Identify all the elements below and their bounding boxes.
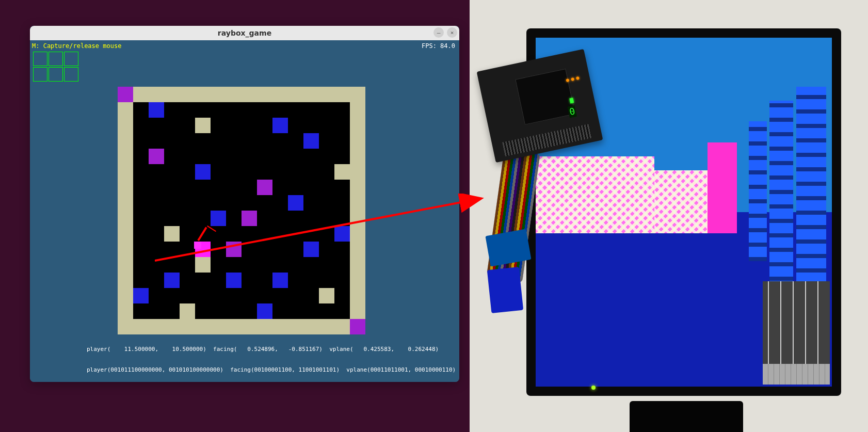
map-cell (211, 226, 226, 242)
map-cell (164, 102, 180, 118)
map-cell (272, 226, 288, 242)
map-cell (211, 133, 226, 149)
map-cell (334, 242, 350, 257)
hardware-photo: 0 (470, 0, 868, 432)
map-cell (257, 195, 272, 211)
map-cell (272, 319, 288, 334)
map-cell (211, 288, 226, 303)
map-cell (211, 180, 226, 195)
map-cell (303, 102, 319, 118)
map-cell (195, 242, 211, 257)
map-cell (226, 319, 242, 334)
map-cell (319, 118, 334, 133)
map-cell (118, 288, 133, 303)
map-cell (334, 273, 350, 288)
map-cell (118, 211, 133, 226)
map-cell (303, 118, 319, 133)
map-cell (133, 118, 149, 133)
map-cell (118, 303, 133, 319)
monitor-power-led-icon (591, 386, 596, 390)
slot[interactable] (64, 52, 78, 66)
status-bar: player( 11.500000, 10.500000) facing( 0.… (30, 339, 459, 380)
map-cell (226, 102, 242, 118)
map-cell (350, 226, 365, 242)
map-cell (164, 180, 180, 195)
map-cell (149, 195, 164, 211)
slot[interactable] (49, 67, 63, 82)
map-cell (211, 195, 226, 211)
map-cell (272, 102, 288, 118)
map-cell (288, 180, 303, 195)
map-cell (195, 133, 211, 149)
map-cell (133, 180, 149, 195)
map-cell (334, 102, 350, 118)
map-cell (303, 180, 319, 195)
map-cell (118, 164, 133, 180)
map-cell (288, 226, 303, 242)
map-cell (133, 303, 149, 319)
map-cell (242, 226, 257, 242)
map-cell (288, 211, 303, 226)
map-cell (164, 226, 180, 242)
map-cell (257, 118, 272, 133)
window-controls: – × (433, 27, 457, 38)
map-cell (272, 133, 288, 149)
close-button[interactable]: × (447, 27, 457, 38)
fps-counter: FPS: 84.0 (422, 42, 455, 50)
slot[interactable] (49, 52, 63, 66)
map-cell (303, 195, 319, 211)
map-cell (164, 319, 180, 334)
debug-trace-overlay (763, 281, 830, 385)
map-cell (195, 303, 211, 319)
map-cell (350, 211, 365, 226)
map-cell (288, 303, 303, 319)
map-cell (303, 273, 319, 288)
map-cell (350, 87, 365, 102)
map-cell (272, 288, 288, 303)
map-cell (180, 180, 195, 195)
map-cell (149, 87, 164, 102)
titlebar[interactable]: raybox_game – × (30, 26, 459, 40)
window-title: raybox_game (218, 29, 271, 37)
map-cell (226, 257, 242, 273)
map-cell (350, 180, 365, 195)
map-cell (319, 257, 334, 273)
map-cell (257, 149, 272, 164)
map-cell (242, 180, 257, 195)
map-cell (149, 273, 164, 288)
slot[interactable] (33, 52, 47, 66)
led-icon (571, 77, 574, 81)
map-cell (211, 303, 226, 319)
minimize-button[interactable]: – (433, 27, 444, 38)
map-cell (242, 242, 257, 257)
capture-hint: M: Capture/release mouse (32, 42, 121, 50)
map-cell (118, 273, 133, 288)
map-cell (149, 149, 164, 164)
map-cell (350, 195, 365, 211)
map-cell (303, 319, 319, 334)
map-cell (272, 164, 288, 180)
map-cell (242, 257, 257, 273)
map-cell (319, 133, 334, 149)
map-cell (195, 102, 211, 118)
map-cell (195, 164, 211, 180)
map-cell (164, 133, 180, 149)
map-cell (257, 211, 272, 226)
map-cell (242, 273, 257, 288)
map-cell (226, 133, 242, 149)
map-cell (272, 273, 288, 288)
map-cell (180, 303, 195, 319)
map-cell (118, 133, 133, 149)
map-cell (164, 303, 180, 319)
slot[interactable] (33, 67, 47, 82)
map-cell (180, 87, 195, 102)
game-viewport[interactable]: M: Capture/release mouse FPS: 84.0 playe… (30, 40, 459, 382)
map-cell (164, 257, 180, 273)
map-cell (288, 164, 303, 180)
map-cell (319, 149, 334, 164)
render-blue-pillar (769, 101, 793, 310)
map-cell (257, 288, 272, 303)
slot[interactable] (64, 67, 78, 82)
map-cell (211, 242, 226, 257)
map-cell (180, 118, 195, 133)
